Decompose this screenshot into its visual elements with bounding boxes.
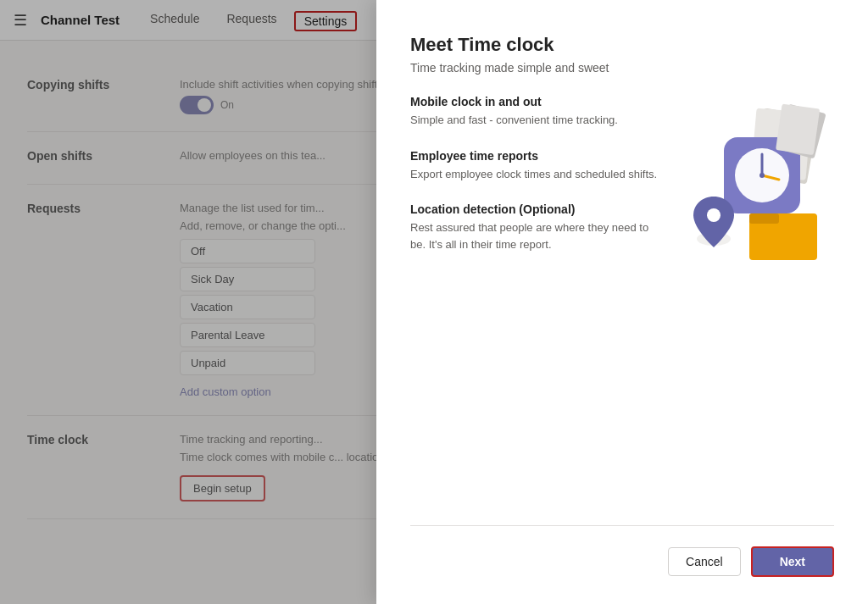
- modal-overlay: Meet Time clock Time tracking made simpl…: [0, 0, 868, 604]
- modal-subtitle: Time tracking made simple and sweet: [410, 61, 834, 75]
- cancel-button[interactable]: Cancel: [668, 547, 741, 576]
- modal-footer: Cancel Next: [410, 525, 834, 577]
- feature-mobile-clock-title: Mobile clock in and out: [410, 95, 665, 108]
- feature-location-title: Location detection (Optional): [410, 202, 665, 216]
- svg-point-6: [760, 173, 765, 178]
- feature-time-reports-desc: Export employee clock times and schedule…: [410, 166, 665, 183]
- feature-time-reports-title: Employee time reports: [410, 149, 665, 163]
- time-clock-illustration: [673, 103, 826, 290]
- modal-content-area: Mobile clock in and out Simple and fast …: [410, 95, 834, 525]
- time-clock-modal: Meet Time clock Time tracking made simpl…: [376, 0, 868, 604]
- modal-illustration: [665, 95, 834, 525]
- feature-mobile-clock: Mobile clock in and out Simple and fast …: [410, 95, 665, 129]
- feature-location-desc: Rest assured that people are where they …: [410, 219, 665, 252]
- modal-title: Meet Time clock: [410, 34, 834, 56]
- feature-mobile-clock-desc: Simple and fast - convenient time tracki…: [410, 112, 665, 129]
- modal-body: Meet Time clock Time tracking made simpl…: [410, 34, 834, 525]
- modal-features: Mobile clock in and out Simple and fast …: [410, 95, 665, 525]
- feature-time-reports: Employee time reports Export employee cl…: [410, 149, 665, 183]
- feature-location-detection: Location detection (Optional) Rest assur…: [410, 202, 665, 252]
- svg-rect-8: [749, 213, 779, 224]
- svg-rect-12: [776, 103, 820, 155]
- svg-point-10: [707, 208, 721, 222]
- next-button[interactable]: Next: [751, 546, 834, 577]
